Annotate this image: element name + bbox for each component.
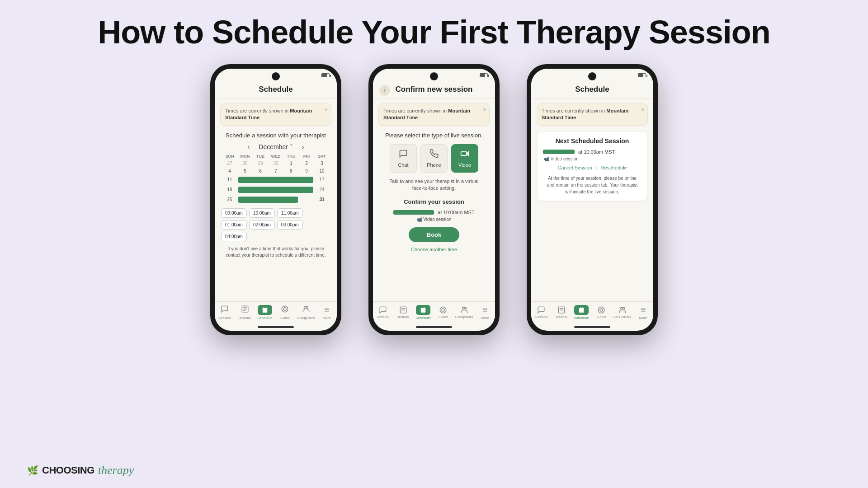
cal-day[interactable]: 17 <box>314 177 330 182</box>
cal-day[interactable]: 11 <box>222 177 237 182</box>
video-icon <box>460 149 469 160</box>
svg-point-12 <box>306 306 308 309</box>
session-nav-icon <box>221 305 229 315</box>
cal-day[interactable]: 3 <box>314 161 330 166</box>
time-slot[interactable]: 02:00pm <box>249 220 275 230</box>
cal-day[interactable]: 31 <box>314 197 330 202</box>
svg-point-25 <box>464 307 467 310</box>
more-icon-2: ≡ <box>482 305 488 315</box>
notification-text-3: Times are currently shown in <box>542 108 606 113</box>
close-notification-3[interactable]: × <box>642 106 644 113</box>
cal-day[interactable]: 6 <box>253 169 268 174</box>
home-indicator-1 <box>258 326 294 328</box>
time-slot[interactable]: 10:00am <box>249 208 275 218</box>
nav-item-schedule-1[interactable]: Schedule <box>257 305 273 320</box>
status-bar-2 <box>373 69 495 82</box>
nav-item-more-1[interactable]: ≡ More <box>319 305 335 320</box>
nav-label-more: More <box>323 316 331 320</box>
cal-day[interactable]: 9 <box>299 169 314 174</box>
calendar-days-header: SUN MON TUE WED THU FRI SAT <box>222 153 330 160</box>
day-thu: THU <box>283 154 299 159</box>
nav-label-session: Session <box>218 316 231 320</box>
cal-day[interactable]: 28 <box>237 161 253 166</box>
reschedule-link[interactable]: Reschedule <box>601 165 627 170</box>
close-notification-2[interactable]: × <box>483 106 486 113</box>
next-session-card: Next Scheduled Session at 10:00am MST 📹 … <box>538 132 647 201</box>
session-icon-3 <box>537 306 545 314</box>
prev-month-btn[interactable]: ‹ <box>248 143 250 150</box>
nav-item-goals-1[interactable]: Goals <box>277 305 293 320</box>
cal-day[interactable]: 30 <box>268 161 283 166</box>
time-slot[interactable]: 01:00pm <box>221 220 247 230</box>
nav-groupinars-2[interactable]: Groupinars <box>455 306 473 319</box>
cal-day[interactable]: 5 <box>237 169 253 174</box>
cal-day[interactable]: 7 <box>268 169 283 174</box>
nav-label-journal-3: Journal <box>555 315 567 319</box>
home-indicator-3 <box>574 326 610 328</box>
cal-day[interactable]: 24 <box>314 187 330 192</box>
cal-day[interactable]: 29 <box>253 161 268 166</box>
nav-item-session-1[interactable]: Session <box>217 305 233 320</box>
nav-more-3[interactable]: ≡ More <box>635 305 651 320</box>
nav-groupinars-3[interactable]: Groupinars <box>613 306 632 319</box>
svg-point-36 <box>623 307 625 310</box>
nav-session-3[interactable]: Session <box>533 306 549 319</box>
nav-label-groupinars: Groupinars <box>297 316 315 320</box>
cal-day[interactable]: 27 <box>222 161 237 166</box>
screen-title-1: Schedule <box>259 85 293 94</box>
calendar-bar <box>238 197 298 203</box>
cal-day[interactable]: 8 <box>283 169 299 174</box>
book-button[interactable]: Book <box>409 227 460 242</box>
cancel-session-link[interactable]: Cancel Session <box>557 165 592 170</box>
session-time-text: at 10:00am MST <box>438 210 474 215</box>
nav-session-2[interactable]: Session <box>375 306 391 319</box>
calendar-bar <box>238 177 313 183</box>
phone-type-btn[interactable]: Phone <box>420 144 448 173</box>
time-slot[interactable]: 11:00am <box>277 208 303 218</box>
time-slot[interactable]: 04:00pm <box>221 232 247 241</box>
calendar-week-2: 4 5 6 7 8 9 10 <box>222 167 330 175</box>
cal-day[interactable]: 25 <box>222 197 237 202</box>
nav-label-journal: Journal <box>239 316 250 320</box>
home-indicator-2 <box>416 326 452 328</box>
nav-schedule-2[interactable]: Schedule <box>415 305 431 320</box>
nav-journal-2[interactable]: Journal <box>395 306 411 319</box>
screen-content-2: Please select the type of live session. … <box>373 128 495 301</box>
notification-text-2: Times are currently shown in <box>383 108 448 113</box>
bottom-nav-3: Session Journal Schedule Goals <box>531 301 653 324</box>
chat-type-btn[interactable]: Chat <box>390 144 417 173</box>
nav-journal-3[interactable]: Journal <box>553 306 570 319</box>
next-session-title: Next Scheduled Session <box>543 137 642 145</box>
nav-schedule-3[interactable]: Schedule <box>573 305 590 320</box>
nav-more-2[interactable]: ≡ More <box>477 305 493 320</box>
nav-item-groupinars-1[interactable]: Groupinars <box>297 305 315 320</box>
notification-banner-3: Times are currently shown in Mountain St… <box>537 103 648 126</box>
battery-indicator <box>321 73 330 77</box>
camera-notch <box>272 72 280 80</box>
choose-another-link[interactable]: Choose another time <box>379 247 489 252</box>
cal-day[interactable]: 1 <box>283 161 299 166</box>
day-sat: SAT <box>314 154 330 159</box>
chat-icon <box>399 149 408 160</box>
cal-day[interactable]: 4 <box>222 169 237 174</box>
status-bar-1 <box>215 69 337 82</box>
schedule-icon-box-3 <box>574 305 589 315</box>
notification-banner-2: Times are currently shown in Mountain St… <box>378 103 490 126</box>
time-slot[interactable]: 03:00pm <box>277 220 303 230</box>
action-divider: | <box>596 165 597 170</box>
nav-label-session-2: Session <box>377 315 389 319</box>
nav-goals-3[interactable]: Goals <box>593 306 609 319</box>
nav-goals-2[interactable]: Goals <box>435 306 451 319</box>
phone-icon <box>429 149 439 160</box>
cal-day[interactable]: 10 <box>314 169 330 174</box>
nav-item-journal-1[interactable]: Journal <box>237 305 253 320</box>
video-type-btn[interactable]: Video <box>451 144 478 173</box>
cal-day[interactable]: 2 <box>299 161 314 166</box>
next-month-btn[interactable]: › <box>302 143 304 150</box>
svg-point-34 <box>600 309 603 311</box>
time-slot[interactable]: 09:00am <box>221 208 247 218</box>
close-notification-1[interactable]: × <box>325 106 328 113</box>
cal-day[interactable]: 18 <box>222 187 237 192</box>
back-button[interactable]: ‹ <box>379 85 390 96</box>
battery-indicator-2 <box>480 73 488 77</box>
